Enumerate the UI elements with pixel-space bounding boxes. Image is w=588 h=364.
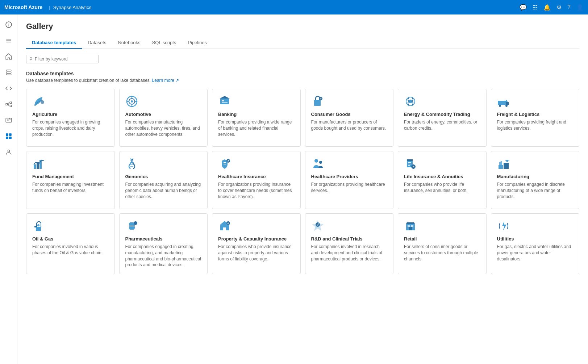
svg-rect-5	[6, 70, 11, 71]
card-title-manufacturing: Manufacturing	[497, 174, 574, 179]
filter-input[interactable]	[35, 57, 95, 62]
sidebar-item-develop[interactable]	[1, 81, 16, 96]
card-desc-property-casualty: For companies who provide insurance agai…	[218, 244, 295, 262]
settings-icon[interactable]: ⚙	[556, 4, 562, 11]
svg-rect-66	[408, 225, 410, 227]
card-consumer-goods[interactable]: Consumer Goods For manufacturers or prod…	[305, 89, 394, 147]
app-layout: i Gallery Database templates	[0, 14, 588, 364]
card-title-healthcare-providers: Healthcare Providers	[311, 174, 388, 179]
tab-sql-scripts[interactable]: SQL scripts	[146, 37, 182, 49]
sidebar-item-gallery[interactable]	[1, 129, 16, 143]
card-desc-pharmaceuticals: For companies engaged in creating, manuf…	[125, 244, 202, 268]
card-desc-consumer-goods: For manufacturers or producers of goods …	[311, 119, 388, 131]
tab-database-templates[interactable]: Database templates	[26, 37, 82, 49]
card-desc-manufacturing: For companies engaged in discrete manufa…	[497, 181, 574, 200]
notifications-icon[interactable]: 🔔	[543, 4, 551, 11]
cards-grid: Agriculture For companies engaged in gro…	[26, 89, 579, 274]
card-title-consumer-goods: Consumer Goods	[311, 112, 388, 117]
card-icon-manufacturing	[497, 157, 510, 170]
card-icon-life-insurance	[404, 157, 417, 170]
help-icon[interactable]: ?	[567, 4, 571, 11]
card-automotive[interactable]: Automotive For companies manufacturing a…	[119, 89, 208, 147]
svg-rect-15	[9, 137, 12, 139]
sidebar-item-info[interactable]: i	[1, 17, 16, 32]
card-title-agriculture: Agriculture	[32, 112, 109, 117]
card-icon-rnd-clinical	[311, 219, 324, 233]
svg-rect-32	[498, 101, 506, 105]
svg-rect-53	[499, 165, 503, 169]
feedback-icon[interactable]: 💬	[520, 4, 527, 11]
main-content: Gallery Database templates Datasets Note…	[17, 14, 588, 364]
card-banking[interactable]: Banking For companies providing a wide r…	[212, 89, 301, 147]
svg-rect-14	[6, 137, 8, 139]
card-icon-automotive	[125, 95, 138, 108]
card-icon-property-casualty	[218, 219, 231, 233]
card-desc-healthcare-insurance: For organizations providing insurance to…	[218, 181, 295, 200]
card-energy-commodity[interactable]: Energy & Commodity Trading For traders o…	[398, 89, 487, 147]
svg-rect-28	[314, 100, 321, 106]
card-title-utilities: Utilities	[497, 236, 574, 242]
svg-rect-7	[6, 74, 11, 75]
svg-rect-10	[10, 105, 12, 107]
filter-input-wrapper[interactable]: ⚲	[26, 55, 99, 63]
learn-more-link[interactable]: Learn more ↗	[152, 78, 179, 83]
card-title-automotive: Automotive	[125, 112, 202, 117]
tabs-bar: Database templates Datasets Notebooks SQ…	[26, 37, 579, 49]
svg-rect-50	[408, 164, 411, 164]
sidebar-item-data[interactable]	[1, 65, 16, 80]
card-manufacturing[interactable]: Manufacturing For companies engaged in d…	[491, 151, 580, 209]
svg-rect-35	[34, 164, 36, 169]
card-property-casualty[interactable]: Property & Casualty Insurance For compan…	[212, 213, 301, 274]
card-desc-energy-commodity: For traders of energy, commodities, or c…	[404, 119, 480, 131]
card-fund-management[interactable]: Fund Management For companies managing i…	[26, 151, 115, 209]
card-freight-logistics[interactable]: Freight & Logistics For companies provid…	[491, 89, 580, 147]
svg-text:i: i	[8, 23, 9, 27]
card-icon-healthcare-insurance	[218, 157, 231, 170]
card-life-insurance[interactable]: Life Insurance & Annuities For companies…	[398, 151, 487, 209]
account-icon[interactable]: 👤	[576, 4, 584, 11]
svg-rect-4	[6, 42, 11, 42]
svg-rect-8	[6, 104, 8, 105]
svg-rect-3	[6, 40, 11, 41]
card-retail[interactable]: Retail For sellers of consumer goods or …	[398, 213, 487, 274]
svg-rect-13	[9, 133, 12, 136]
tab-notebooks[interactable]: Notebooks	[112, 37, 146, 49]
top-bar-icons: 💬 ☷ 🔔 ⚙ ? 👤	[520, 4, 584, 11]
card-icon-banking	[218, 95, 231, 108]
card-genomics[interactable]: Genomics For companies acquiring and ana…	[119, 151, 208, 209]
svg-rect-27	[222, 102, 228, 103]
tab-datasets[interactable]: Datasets	[82, 37, 112, 49]
card-icon-healthcare-providers	[311, 157, 324, 170]
card-title-rnd-clinical: R&D and Clinical Trials	[311, 236, 388, 242]
card-utilities[interactable]: Utilities For gas, electric and water ut…	[491, 213, 580, 274]
card-rnd-clinical[interactable]: R&D and Clinical Trials For companies in…	[305, 213, 394, 274]
card-oil-gas[interactable]: Oil & Gas For companies involved in vari…	[26, 213, 115, 274]
card-title-retail: Retail	[404, 236, 480, 242]
svg-rect-57	[36, 227, 41, 231]
sidebar-item-home[interactable]	[1, 49, 16, 64]
svg-point-58	[37, 224, 39, 226]
portal-icon[interactable]: ☷	[533, 4, 538, 11]
card-pharmaceuticals[interactable]: Pharmaceuticals For companies engaged in…	[119, 213, 208, 274]
tab-pipelines[interactable]: Pipelines	[182, 37, 213, 49]
card-healthcare-insurance[interactable]: Healthcare Insurance For organizations p…	[212, 151, 301, 209]
card-title-energy-commodity: Energy & Commodity Trading	[404, 112, 480, 117]
svg-rect-12	[6, 133, 8, 136]
card-healthcare-providers[interactable]: Healthcare Providers For organizations p…	[305, 151, 394, 209]
sidebar-item-monitor[interactable]	[1, 113, 16, 127]
sidebar-item-integrate[interactable]	[1, 97, 16, 112]
svg-point-34	[505, 105, 508, 107]
svg-point-46	[319, 161, 322, 164]
sidebar-item-manage[interactable]	[1, 145, 16, 159]
svg-point-20	[131, 100, 133, 102]
card-desc-life-insurance: For companies who provide life insurance…	[404, 181, 480, 194]
card-icon-genomics	[125, 157, 138, 170]
card-title-genomics: Genomics	[125, 174, 202, 179]
svg-point-33	[499, 105, 501, 107]
svg-rect-54	[504, 163, 509, 169]
sidebar-item-expand[interactable]	[1, 33, 16, 48]
svg-rect-49	[408, 162, 411, 163]
card-agriculture[interactable]: Agriculture For companies engaged in gro…	[26, 89, 115, 147]
card-title-oil-gas: Oil & Gas	[32, 236, 109, 242]
svg-rect-65	[409, 227, 412, 230]
